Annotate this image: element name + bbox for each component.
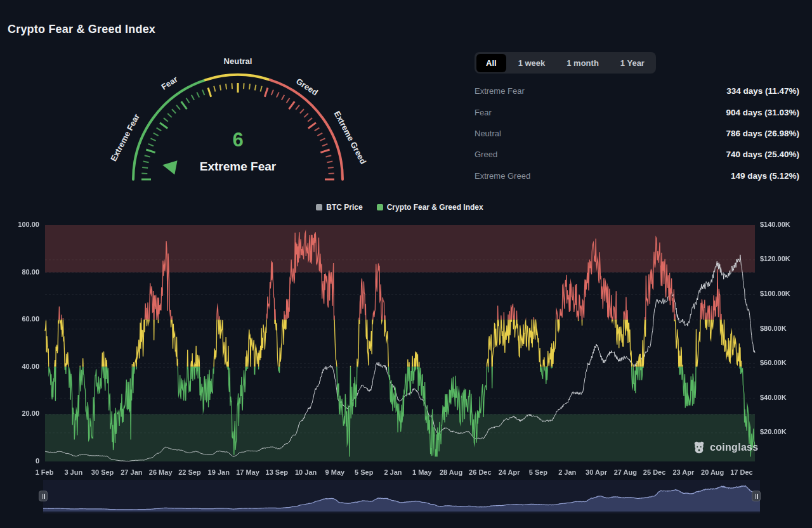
coinglass-bear-icon [692, 441, 706, 454]
gauge-tick [154, 133, 159, 136]
gauge-tick [277, 92, 279, 97]
gauge-tick [208, 87, 211, 96]
left-axis-tick: 20.00 [0, 409, 39, 417]
legend-item-btc-price[interactable]: BTC Price [316, 203, 362, 212]
x-axis-tick: 5 Sep [355, 468, 373, 476]
stat-value: 149 days (5.12%) [731, 171, 799, 181]
gauge-tick [326, 155, 332, 157]
stat-row-neutral: Neutral 786 days (26.98%) [475, 123, 799, 144]
fear-greed-swatch-icon [377, 204, 383, 210]
stat-row-greed: Greed 740 days (25.40%) [475, 144, 799, 165]
gauge-tick [146, 150, 155, 153]
tab-1-year[interactable]: 1 Year [611, 54, 654, 72]
right-axis-tick: $120.00K [760, 255, 790, 262]
tab-all[interactable]: All [476, 54, 506, 72]
gauge-tick [167, 113, 172, 117]
gauge-tick [296, 105, 299, 110]
gauge-arc [206, 75, 270, 80]
x-axis-tick: 30 Sep [91, 468, 114, 476]
gauge-tick [327, 162, 332, 163]
stat-row-extreme-greed: Extreme Greed 149 days (5.12%) [475, 165, 799, 186]
navigator-canvas[interactable] [0, 480, 812, 513]
gauge-arc [270, 80, 343, 179]
x-axis-tick: 5 Sep [529, 468, 547, 476]
gauge-tick [322, 144, 327, 146]
gauge-tick [214, 86, 215, 92]
gauge-tick [176, 105, 180, 110]
tab-1-month[interactable]: 1 month [557, 54, 608, 72]
stat-label: Extreme Fear [475, 86, 525, 96]
gauge-tick [192, 95, 194, 100]
range-tabs: All 1 week 1 month 1 Year [475, 52, 656, 74]
gauge-tick [142, 167, 148, 168]
x-axis-tick: 1 May [412, 468, 432, 476]
chart-legend: BTC Price Crypto Fear & Greed Index [0, 203, 799, 212]
stat-label: Neutral [475, 129, 501, 138]
gauge-tick [315, 128, 320, 131]
right-axis-tick: $20.00K [760, 428, 787, 435]
legend-item-fear-greed[interactable]: Crypto Fear & Greed Index [377, 203, 483, 212]
tab-1-week[interactable]: 1 week [509, 54, 555, 72]
x-axis-tick: 27 Jan [121, 468, 142, 476]
stat-value: 334 days (11.47%) [726, 86, 799, 96]
gauge-tick [261, 86, 262, 92]
x-axis-tick: 1 Feb [36, 468, 54, 476]
gauge-tick [157, 128, 162, 131]
x-axis-tick: 23 Apr [672, 468, 694, 476]
left-axis-tick: 60.00 [0, 315, 39, 323]
gauge-tick [265, 87, 268, 96]
right-axis-tick: $40.00K [760, 394, 787, 401]
gauge-tick [289, 101, 295, 109]
stat-value: 740 days (25.40%) [726, 150, 799, 159]
gauge-tick [172, 109, 176, 113]
gauge-tick [143, 162, 149, 163]
x-axis-tick: 30 Apr [586, 468, 607, 476]
gauge-tick [308, 123, 316, 129]
gauge-tick [160, 123, 167, 129]
gauge-tick [181, 101, 187, 109]
gauge-tick [255, 85, 256, 91]
x-axis-tick: 9 May [325, 468, 345, 476]
left-axis-tick: 0 [0, 457, 39, 465]
x-axis-tick: 24 Apr [499, 468, 520, 476]
gauge-tick [329, 173, 334, 174]
gauge-tick [232, 83, 232, 89]
left-axis-tick: 80.00 [0, 268, 39, 276]
left-axis-tick: 100.00 [0, 221, 39, 228]
gauge-tick [320, 150, 329, 153]
gauge-tick [282, 95, 284, 100]
navigator-right-handle-icon[interactable] [752, 491, 761, 501]
left-axis-tick: 40.00 [0, 363, 39, 370]
x-axis-tick: 19 Jan [208, 468, 230, 476]
gauge-tick [141, 173, 147, 174]
gauge-tick [145, 155, 150, 157]
stat-value: 786 days (26.98%) [726, 129, 799, 138]
gauge-tick [272, 90, 273, 95]
stat-label: Fear [475, 108, 492, 117]
x-axis-tick: 17 May [236, 468, 259, 476]
x-axis-tick: 28 Aug [440, 468, 462, 476]
x-axis-tick: 26 May [149, 468, 173, 476]
stat-label: Greed [475, 150, 497, 159]
btc-price-swatch-icon [316, 204, 322, 210]
stat-row-extreme-fear: Extreme Fear 334 days (11.47%) [475, 80, 799, 101]
gauge-tick [226, 84, 226, 89]
gauge-tick [150, 138, 155, 141]
main-chart-canvas[interactable] [0, 216, 812, 485]
coinglass-wordmark: coinglass [710, 442, 759, 453]
fear-greed-gauge: Extreme Fear Fear Neutral Greed Extreme … [0, 0, 482, 203]
x-axis-tick: 20 Aug [701, 468, 724, 476]
x-axis-tick: 3 Jun [64, 468, 82, 476]
sentiment-stats: Extreme Fear 334 days (11.47%) Fear 904 … [475, 80, 799, 186]
coinglass-watermark: coinglass [692, 441, 759, 454]
gauge-tick [249, 84, 250, 89]
stat-row-fear: Fear 904 days (31.03%) [475, 101, 799, 122]
x-axis-tick: 10 Jan [295, 468, 317, 476]
navigator-left-handle-icon[interactable] [39, 491, 48, 501]
x-axis-tick: 13 Sep [266, 468, 288, 476]
gauge-tick [317, 133, 322, 136]
gauge-tick [164, 118, 168, 122]
gauge-tick [202, 90, 204, 95]
x-axis-tick: 26 Dec [469, 468, 491, 476]
gauge-tick [197, 92, 199, 97]
